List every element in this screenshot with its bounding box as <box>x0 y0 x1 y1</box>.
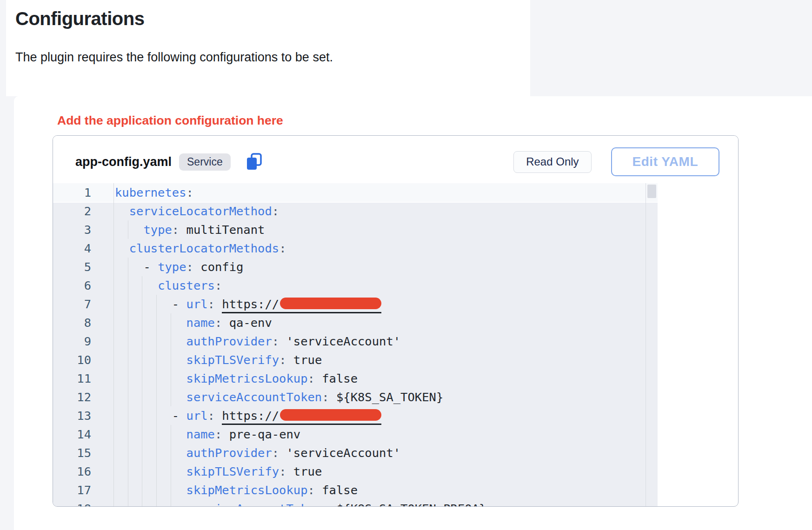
indent-guide <box>113 276 114 295</box>
indent-guide <box>128 444 128 462</box>
url-link[interactable]: https:// <box>222 408 381 425</box>
line-number: 18 <box>53 499 91 507</box>
editor-header: app-config.yaml Service Read Only Edit Y… <box>53 136 738 183</box>
indent-guide <box>113 425 114 444</box>
indent-guide <box>156 481 157 499</box>
indent-guide <box>113 388 114 406</box>
indent-guide <box>142 481 142 499</box>
indent-guide <box>156 406 157 425</box>
code-line: 1kubernetes: <box>53 183 658 202</box>
indent-guide <box>113 462 114 481</box>
indent-guide <box>171 369 171 388</box>
indent-guide <box>113 220 114 239</box>
copy-icon[interactable] <box>246 152 263 171</box>
code-line: 14 name: pre-qa-env <box>53 425 658 444</box>
indent-guide <box>142 332 142 351</box>
indent-guide <box>171 332 171 351</box>
indent-guide <box>156 499 157 507</box>
indent-guide <box>171 313 171 332</box>
code-line: 7 - url: https:// <box>53 295 658 313</box>
indent-guide <box>171 388 171 406</box>
indent-guide <box>156 388 157 406</box>
indent-guide <box>128 425 128 444</box>
indent-guide <box>113 313 114 332</box>
line-number: 11 <box>53 369 91 388</box>
line-number: 12 <box>53 388 91 406</box>
indent-guide <box>113 481 114 499</box>
code-line: 6 clusters: <box>53 276 658 295</box>
code-line: 18 serviceAccountToken: ${K8S_SA_TOKEN_P… <box>53 499 658 507</box>
indent-guide <box>113 183 114 202</box>
code-line: 3 type: multiTenant <box>53 220 658 239</box>
indent-guide <box>113 295 114 313</box>
indent-guide <box>156 351 157 369</box>
indent-guide <box>113 369 114 388</box>
indent-guide <box>128 258 128 276</box>
indent-guide <box>142 499 142 507</box>
indent-guide <box>171 425 171 444</box>
indent-guide <box>156 369 157 388</box>
edit-yaml-button[interactable]: Edit YAML <box>611 147 719 176</box>
line-number: 3 <box>53 220 91 239</box>
indent-guide <box>128 462 128 481</box>
indent-guide <box>156 444 157 462</box>
indent-guide <box>128 295 128 313</box>
indent-guide <box>113 332 114 351</box>
indent-guide <box>128 220 128 239</box>
indent-guide <box>171 462 171 481</box>
line-number: 8 <box>53 313 91 332</box>
read-only-button[interactable]: Read Only <box>513 151 591 173</box>
line-number: 14 <box>53 425 91 444</box>
line-number: 16 <box>53 462 91 481</box>
indent-guide <box>156 313 157 332</box>
indent-guide <box>142 295 142 313</box>
code-line: 4 clusterLocatorMethods: <box>53 239 658 258</box>
scrollbar-track <box>646 183 646 507</box>
code-editor[interactable]: 1kubernetes:2 serviceLocatorMethod:3 typ… <box>53 183 658 507</box>
redaction-overlay <box>280 298 381 309</box>
indent-guide <box>128 499 128 507</box>
indent-guide <box>128 388 128 406</box>
line-number: 7 <box>53 295 91 313</box>
indent-guide <box>113 239 114 258</box>
code-line: 16 skipTLSVerify: true <box>53 462 658 481</box>
indent-guide <box>171 481 171 499</box>
line-number: 5 <box>53 258 91 276</box>
indent-guide <box>156 462 157 481</box>
indent-guide <box>142 313 142 332</box>
scrollbar-thumb[interactable] <box>647 185 656 198</box>
indent-guide <box>128 332 128 351</box>
line-number: 17 <box>53 481 91 499</box>
indent-guide <box>113 351 114 369</box>
indent-guide <box>156 332 157 351</box>
code-line: 15 authProvider: 'serviceAccount' <box>53 444 658 462</box>
indent-guide <box>113 406 114 425</box>
indent-guide <box>156 295 157 313</box>
line-number: 2 <box>53 202 91 220</box>
line-number: 13 <box>53 406 91 425</box>
indent-guide <box>113 202 114 220</box>
line-number: 4 <box>53 239 91 258</box>
indent-guide <box>142 462 142 481</box>
code-line: 9 authProvider: 'serviceAccount' <box>53 332 658 351</box>
indent-guide <box>113 258 114 276</box>
indent-guide <box>171 499 171 507</box>
indent-guide <box>171 351 171 369</box>
indent-guide <box>128 276 128 295</box>
redaction-overlay <box>280 409 381 421</box>
code-lines: 1kubernetes:2 serviceLocatorMethod:3 typ… <box>53 183 658 507</box>
indent-guide <box>142 369 142 388</box>
line-number: 6 <box>53 276 91 295</box>
indent-guide <box>142 444 142 462</box>
indent-guide <box>128 481 128 499</box>
indent-guide <box>156 425 157 444</box>
indent-guide <box>142 425 142 444</box>
indent-guide <box>128 406 128 425</box>
line-number: 10 <box>53 351 91 369</box>
indent-guide <box>113 444 114 462</box>
code-line: 11 skipMetricsLookup: false <box>53 369 658 388</box>
config-card: app-config.yaml Service Read Only Edit Y… <box>53 135 739 507</box>
indent-guide <box>128 313 128 332</box>
line-number: 1 <box>53 183 91 202</box>
url-link[interactable]: https:// <box>222 297 381 313</box>
